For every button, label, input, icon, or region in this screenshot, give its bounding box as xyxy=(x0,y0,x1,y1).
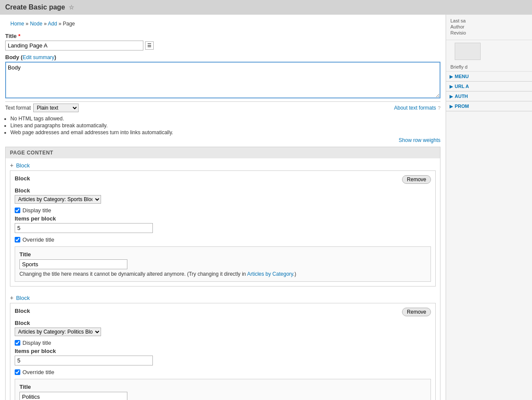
format-hint-2: Lines and paragraphs break automatically… xyxy=(10,123,440,129)
breadcrumb-page: Page xyxy=(63,21,75,27)
url-panel-header[interactable]: ▶ URL A xyxy=(446,82,532,91)
block-2-ot-title-input[interactable] xyxy=(19,392,127,400)
last-saved-label: Last sa xyxy=(450,18,528,23)
block-2-container: Block Remove Block Articles by Category:… xyxy=(10,303,436,400)
body-textarea[interactable]: Body xyxy=(5,62,440,98)
text-format-label: Text format xyxy=(5,105,31,111)
thumbnail xyxy=(455,43,481,60)
format-hints: No HTML tags allowed. Lines and paragrap… xyxy=(10,116,440,135)
auth-panel-label: AUTH xyxy=(455,94,468,99)
block-1-ot-hint: Changing the title here means it cannot … xyxy=(19,271,426,277)
title-label: Title xyxy=(5,33,17,39)
text-format-select[interactable]: Plain text Filtered HTML Full HTML xyxy=(33,104,79,112)
prom-panel-header[interactable]: ▶ PROM xyxy=(446,101,532,111)
favorite-icon[interactable]: ☆ xyxy=(69,4,74,11)
block-1-override-title-box: Title Changing the title here means it c… xyxy=(15,246,431,282)
prom-arrow-icon: ▶ xyxy=(450,104,453,109)
right-panel: Last sa Author Revisio Briefly d ▶ MENU … xyxy=(446,15,532,400)
url-arrow-icon: ▶ xyxy=(450,84,453,89)
block-2-override-title-label: Override title xyxy=(22,369,54,375)
required-indicator: * xyxy=(18,33,20,39)
add-block-1-label[interactable]: Block xyxy=(16,162,30,169)
page-title: Create Basic page xyxy=(5,3,65,11)
block-2-block-label: Block xyxy=(15,320,431,326)
block-1-items-label: Items per block xyxy=(15,215,431,222)
breadcrumb-node[interactable]: Node xyxy=(30,21,42,27)
page-content-header: PAGE CONTENT xyxy=(6,147,440,158)
add-block-2-label[interactable]: Block xyxy=(16,295,30,301)
auth-panel-header[interactable]: ▶ AUTH xyxy=(446,91,532,101)
block-2-section-title: Block xyxy=(15,308,30,314)
block-1-container: Block Remove Block Articles by Category:… xyxy=(10,170,436,287)
block-1-ot-title-label: Title xyxy=(19,251,426,258)
menu-panel-label: MENU xyxy=(455,74,469,79)
block-2-display-title-checkbox[interactable] xyxy=(15,340,20,346)
body-label: Body xyxy=(5,54,19,60)
block-1-select[interactable]: Articles by Category: Sports Block Artic… xyxy=(15,195,101,204)
machine-name-button[interactable]: ☰ xyxy=(145,41,154,50)
block-1-section-title: Block xyxy=(15,175,30,182)
revision-label: Revisio xyxy=(450,30,528,35)
page-content-section: PAGE CONTENT + Block Block Remove Block … xyxy=(5,147,440,400)
title-input[interactable] xyxy=(5,41,143,50)
add-block-1-icon[interactable]: + xyxy=(10,162,13,169)
author-label: Author xyxy=(450,24,528,29)
menu-arrow-icon: ▶ xyxy=(450,74,453,79)
block-2-ot-title-label: Title xyxy=(19,384,426,390)
auth-arrow-icon: ▶ xyxy=(450,94,453,99)
prom-panel: ▶ PROM xyxy=(446,101,532,111)
block-2-override-title-checkbox[interactable] xyxy=(15,369,20,375)
url-panel: ▶ URL A xyxy=(446,82,532,91)
prom-panel-label: PROM xyxy=(455,104,469,109)
menu-panel-header[interactable]: ▶ MENU xyxy=(446,72,532,81)
breadcrumb: Home » Node » Add » Page xyxy=(5,18,440,29)
breadcrumb-home[interactable]: Home xyxy=(10,21,24,27)
block-2-select[interactable]: Articles by Category: Sports Block Artic… xyxy=(15,328,101,336)
sidebar-meta: Last sa Author Revisio xyxy=(446,15,532,40)
block-2-remove-button[interactable]: Remove xyxy=(402,308,431,316)
block-1-remove-button[interactable]: Remove xyxy=(402,175,431,184)
block-1-block-label: Block xyxy=(15,187,431,194)
edit-summary-link[interactable]: Edit summary xyxy=(22,54,54,60)
format-hint-1: No HTML tags allowed. xyxy=(10,116,440,122)
block-1-override-title-label: Override title xyxy=(22,236,54,243)
menu-panel: ▶ MENU xyxy=(446,72,532,82)
block-1-ot-hint-link[interactable]: Articles by Category xyxy=(247,271,293,277)
help-icon: ? xyxy=(438,105,440,110)
block-2-display-title-label: Display title xyxy=(22,340,51,346)
block-1-ot-title-input[interactable] xyxy=(19,259,127,269)
block-1-override-title-checkbox[interactable] xyxy=(15,237,20,243)
show-row-weights-link[interactable]: Show row weights xyxy=(399,137,440,143)
breadcrumb-add[interactable]: Add xyxy=(48,21,57,27)
format-hint-3: Web page addresses and email addresses t… xyxy=(10,129,440,135)
block-1-display-title-label: Display title xyxy=(22,207,51,214)
block-2-items-label: Items per block xyxy=(15,348,431,354)
block-1-display-title-checkbox[interactable] xyxy=(15,208,20,213)
block-2-override-title-box: Title Changing the title here means it c… xyxy=(15,379,431,400)
add-block-2-icon[interactable]: + xyxy=(10,294,13,301)
block-1-items-input[interactable] xyxy=(15,223,153,233)
auth-panel: ▶ AUTH xyxy=(446,91,532,101)
briefly-text: Briefly d xyxy=(446,63,532,72)
block-2-items-input[interactable] xyxy=(15,356,153,365)
url-panel-label: URL A xyxy=(455,84,469,89)
about-text-formats-link[interactable]: About text formats xyxy=(394,105,436,111)
